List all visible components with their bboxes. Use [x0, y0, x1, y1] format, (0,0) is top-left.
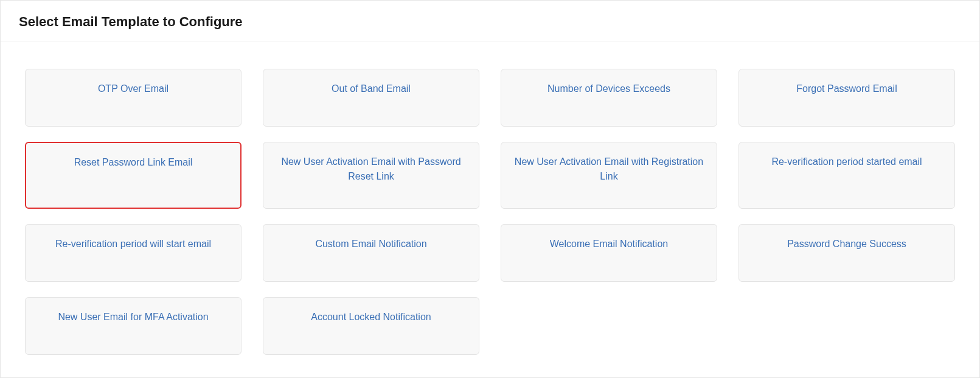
template-card-forgot-password-email[interactable]: Forgot Password Email: [738, 69, 955, 127]
template-card-welcome-email-notification[interactable]: Welcome Email Notification: [501, 224, 717, 282]
template-label: New User Activation Email with Registrat…: [512, 155, 706, 184]
template-card-reset-password-link-email[interactable]: Reset Password Link Email: [25, 142, 242, 209]
template-card-otp-over-email[interactable]: OTP Over Email: [25, 69, 242, 127]
template-label: Number of Devices Exceeds: [547, 82, 670, 96]
template-card-reverification-will-start[interactable]: Re-verification period will start email: [25, 224, 242, 282]
template-card-password-change-success[interactable]: Password Change Success: [738, 224, 955, 282]
template-label: Forgot Password Email: [796, 82, 897, 96]
template-grid: OTP Over Email Out of Band Email Number …: [1, 41, 979, 373]
template-label: Reset Password Link Email: [74, 155, 193, 170]
template-label: Re-verification period will start email: [55, 237, 211, 251]
page-title: Select Email Template to Configure: [19, 14, 961, 30]
template-label: Account Locked Notification: [311, 310, 431, 324]
template-label: Custom Email Notification: [315, 237, 426, 251]
template-label: New User Activation Email with Password …: [274, 155, 468, 184]
template-label: New User Email for MFA Activation: [58, 310, 208, 324]
template-card-account-locked-notification[interactable]: Account Locked Notification: [263, 297, 479, 355]
template-card-out-of-band-email[interactable]: Out of Band Email: [263, 69, 479, 127]
template-label: OTP Over Email: [98, 82, 169, 96]
template-card-new-user-activation-registration[interactable]: New User Activation Email with Registrat…: [501, 142, 717, 209]
template-card-new-user-activation-password-reset[interactable]: New User Activation Email with Password …: [263, 142, 479, 209]
page-header: Select Email Template to Configure: [1, 1, 979, 41]
template-label: Out of Band Email: [332, 82, 411, 96]
template-card-number-of-devices-exceeds[interactable]: Number of Devices Exceeds: [501, 69, 717, 127]
template-card-reverification-started[interactable]: Re-verification period started email: [738, 142, 955, 209]
template-label: Welcome Email Notification: [550, 237, 668, 251]
template-card-new-user-mfa-activation[interactable]: New User Email for MFA Activation: [25, 297, 242, 355]
template-card-custom-email-notification[interactable]: Custom Email Notification: [263, 224, 479, 282]
template-label: Re-verification period started email: [771, 155, 922, 169]
template-label: Password Change Success: [787, 237, 906, 251]
